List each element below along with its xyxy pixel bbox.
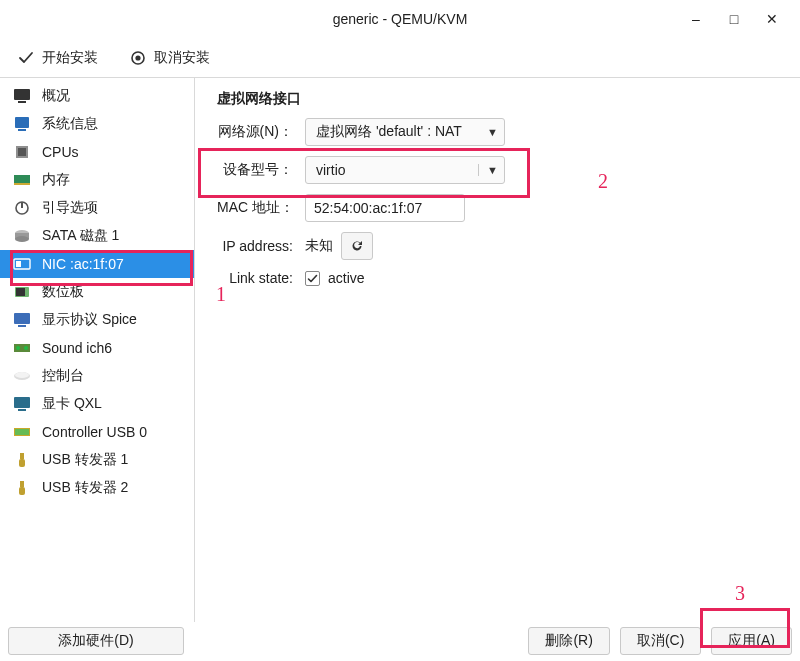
sidebar-item-label: 概况	[42, 87, 70, 105]
stop-icon	[130, 50, 146, 66]
svg-rect-3	[18, 101, 26, 103]
add-hardware-button[interactable]: 添加硬件(D)	[8, 627, 184, 655]
svg-rect-11	[21, 202, 23, 208]
device-model-value: virtio	[316, 162, 346, 178]
sidebar-item-usb-controller[interactable]: Controller USB 0	[0, 418, 194, 446]
memory-icon	[12, 171, 32, 189]
link-state-label: Link state:	[217, 270, 295, 286]
svg-rect-18	[16, 288, 25, 296]
svg-rect-7	[18, 148, 26, 156]
mac-input[interactable]: 52:54:00:ac:1f:07	[305, 194, 465, 222]
action-buttons: 删除(R) 取消(C) 应用(A)	[528, 627, 792, 655]
sidebar-item-label: USB 转发器 1	[42, 451, 128, 469]
toolbar: 开始安装 取消安装	[0, 38, 800, 78]
cancel-install-button[interactable]: 取消安装	[124, 45, 216, 71]
svg-point-25	[15, 372, 29, 378]
sidebar-item-label: Sound ich6	[42, 340, 112, 356]
device-model-label: 设备型号：	[217, 161, 295, 179]
mac-label: MAC 地址：	[217, 199, 295, 217]
svg-rect-4	[15, 117, 29, 128]
sidebar-item-video[interactable]: 显卡 QXL	[0, 390, 194, 418]
cpu-icon	[12, 143, 32, 161]
close-window-button[interactable]: ✕	[764, 11, 780, 27]
network-source-combo[interactable]: 虚拟网络 'default' : NAT ▼	[305, 118, 505, 146]
svg-rect-32	[20, 481, 24, 487]
begin-install-button[interactable]: 开始安装	[12, 45, 104, 71]
device-model-combo[interactable]: virtio ▼	[305, 156, 505, 184]
nic-icon	[12, 255, 32, 273]
sidebar-item-monitor[interactable]: 概况	[0, 82, 194, 110]
sidebar-item-cpu[interactable]: CPUs	[0, 138, 194, 166]
sidebar-item-label: 显卡 QXL	[42, 395, 102, 413]
mac-value: 52:54:00:ac:1f:07	[314, 200, 422, 216]
sidebar-item-console[interactable]: 控制台	[0, 362, 194, 390]
sidebar-item-label: 数位板	[42, 283, 84, 301]
tablet-icon	[12, 283, 32, 301]
sidebar-item-disk[interactable]: SATA 磁盘 1	[0, 222, 194, 250]
sidebar-item-label: 内存	[42, 171, 70, 189]
sidebar-item-info[interactable]: 系统信息	[0, 110, 194, 138]
cancel-button[interactable]: 取消(C)	[620, 627, 701, 655]
sidebar-list: 概况系统信息CPUs内存引导选项SATA 磁盘 1NIC :ac:1f:07数位…	[0, 78, 194, 618]
sidebar-item-sound[interactable]: Sound ich6	[0, 334, 194, 362]
begin-install-label: 开始安装	[42, 49, 98, 67]
window-controls: – □ ✕	[688, 0, 792, 38]
content-pane: 虚拟网络接口 网络源(N)： 虚拟网络 'default' : NAT ▼ 设备…	[195, 78, 800, 622]
sidebar-item-boot[interactable]: 引导选项	[0, 194, 194, 222]
refresh-ip-button[interactable]	[341, 232, 373, 260]
sidebar-item-usb-redir[interactable]: USB 转发器 1	[0, 446, 194, 474]
info-icon	[12, 115, 32, 133]
usb-redir-icon	[12, 451, 32, 469]
svg-point-1	[135, 55, 140, 60]
svg-point-23	[24, 346, 28, 350]
nic-form: 网络源(N)： 虚拟网络 'default' : NAT ▼ 设备型号： vir…	[217, 118, 778, 286]
bottom-bar: 添加硬件(D) 删除(R) 取消(C) 应用(A)	[0, 622, 800, 660]
titlebar: generic - QEMU/KVM – □ ✕	[0, 0, 800, 38]
svg-rect-16	[16, 261, 21, 267]
sidebar-item-usb-redir[interactable]: USB 转发器 2	[0, 474, 194, 502]
check-icon	[307, 273, 318, 284]
main-area: 概况系统信息CPUs内存引导选项SATA 磁盘 1NIC :ac:1f:07数位…	[0, 78, 800, 622]
svg-rect-9	[14, 183, 30, 185]
sidebar-item-label: USB 转发器 2	[42, 479, 128, 497]
svg-rect-33	[19, 487, 25, 495]
check-icon	[18, 50, 34, 66]
delete-button[interactable]: 删除(R)	[528, 627, 609, 655]
monitor-icon	[12, 87, 32, 105]
refresh-icon	[349, 238, 365, 254]
svg-rect-5	[18, 129, 26, 131]
sidebar-item-memory[interactable]: 内存	[0, 166, 194, 194]
panel-title: 虚拟网络接口	[217, 90, 778, 108]
svg-rect-31	[19, 459, 25, 467]
minimize-button[interactable]: –	[688, 11, 704, 27]
sidebar-item-label: 控制台	[42, 367, 84, 385]
sound-icon	[12, 339, 32, 357]
window-title: generic - QEMU/KVM	[333, 11, 468, 27]
link-state-checkbox[interactable]	[305, 271, 320, 286]
svg-point-22	[16, 346, 20, 350]
usb-redir-icon	[12, 479, 32, 497]
console-icon	[12, 367, 32, 385]
usb-controller-icon	[12, 423, 32, 441]
network-source-label: 网络源(N)：	[217, 123, 295, 141]
sidebar-item-label: SATA 磁盘 1	[42, 227, 119, 245]
sidebar-item-display[interactable]: 显示协议 Spice	[0, 306, 194, 334]
svg-rect-26	[14, 397, 30, 408]
chevron-down-icon: ▼	[487, 126, 498, 138]
sidebar-item-tablet[interactable]: 数位板	[0, 278, 194, 306]
svg-rect-8	[14, 175, 30, 183]
svg-rect-19	[14, 313, 30, 324]
chevron-down-icon: ▼	[478, 164, 498, 176]
svg-rect-30	[20, 453, 24, 459]
ip-label: IP address:	[217, 238, 295, 254]
sidebar-item-label: 系统信息	[42, 115, 98, 133]
sidebar-item-label: 显示协议 Spice	[42, 311, 137, 329]
maximize-button[interactable]: □	[726, 11, 742, 27]
ip-value: 未知	[305, 237, 333, 255]
apply-button[interactable]: 应用(A)	[711, 627, 792, 655]
network-source-value: 虚拟网络 'default' : NAT	[316, 123, 462, 141]
sidebar-item-label: Controller USB 0	[42, 424, 147, 440]
display-icon	[12, 311, 32, 329]
disk-icon	[12, 227, 32, 245]
sidebar-item-nic[interactable]: NIC :ac:1f:07	[0, 250, 194, 278]
